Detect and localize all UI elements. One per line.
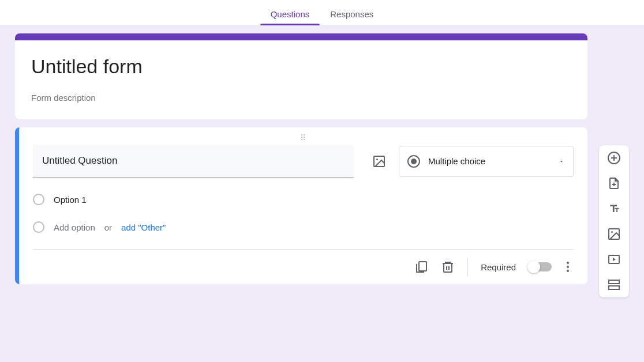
svg-rect-3 — [444, 263, 452, 272]
drag-handle-icon[interactable]: ⠿ — [33, 133, 574, 144]
add-option-button[interactable]: Add option — [54, 223, 95, 232]
add-question-icon[interactable] — [607, 151, 621, 165]
add-section-icon[interactable] — [607, 278, 621, 292]
top-tabs-bar: Questions Responses — [0, 0, 644, 25]
svg-point-1 — [376, 159, 378, 160]
duplicate-icon[interactable] — [414, 260, 428, 274]
import-questions-icon[interactable] — [607, 176, 621, 190]
form-title-input[interactable] — [31, 55, 571, 78]
divider-vertical — [467, 258, 468, 276]
svg-rect-8 — [609, 280, 619, 284]
more-icon[interactable] — [564, 259, 571, 274]
tab-questions[interactable]: Questions — [260, 9, 320, 25]
question-card: ⠿ Multiple choice Option 1 — [15, 127, 587, 284]
add-image-icon[interactable] — [372, 154, 386, 168]
or-text: or — [104, 223, 112, 232]
radio-outline-icon — [33, 221, 44, 233]
chevron-down-icon — [558, 158, 565, 165]
option-row: Option 1 — [33, 194, 574, 205]
question-type-label: Multiple choice — [428, 156, 485, 166]
form-header-card — [15, 33, 587, 119]
add-video-icon[interactable] — [607, 252, 621, 266]
side-toolbar — [599, 145, 629, 297]
radio-outline-icon — [33, 194, 44, 205]
question-type-select[interactable]: Multiple choice — [399, 146, 574, 177]
svg-point-6 — [611, 231, 613, 233]
add-option-row: Add option or add "Other" — [33, 221, 574, 233]
required-toggle[interactable] — [529, 262, 552, 272]
required-label: Required — [481, 262, 516, 272]
radio-icon — [407, 155, 420, 168]
svg-rect-9 — [609, 286, 619, 289]
tab-responses[interactable]: Responses — [320, 9, 384, 25]
trash-icon[interactable] — [441, 260, 455, 274]
add-title-icon[interactable] — [607, 202, 621, 216]
svg-rect-2 — [419, 262, 426, 271]
add-other-link[interactable]: add "Other" — [121, 223, 166, 232]
option-text[interactable]: Option 1 — [54, 195, 87, 205]
add-image-icon[interactable] — [607, 227, 621, 241]
question-title-input[interactable] — [33, 145, 354, 178]
form-description-input[interactable] — [31, 93, 571, 103]
